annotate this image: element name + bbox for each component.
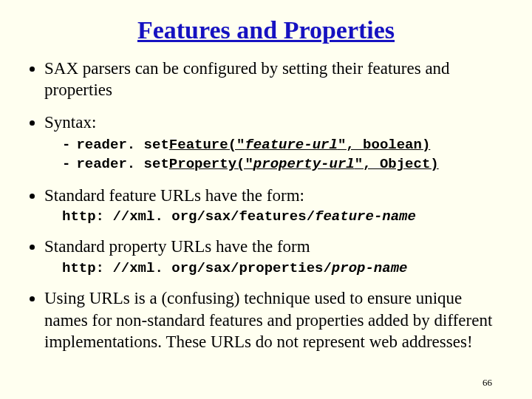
bullet-3-feature-url: Standard feature URLs have the form: htt…: [44, 185, 507, 226]
code-1-pre: reader. set: [76, 137, 168, 153]
syntax-block: -reader. setFeature("feature-url", boole…: [62, 136, 507, 174]
bullet-list: SAX parsers can be configured by setting…: [28, 58, 507, 352]
slide-title: Features and Properties: [25, 16, 507, 44]
dash-icon: -: [62, 137, 70, 153]
bullet-1: SAX parsers can be configured by setting…: [44, 58, 507, 101]
code-2-call: Property(": [169, 156, 253, 172]
feature-url-name: feature-name: [315, 208, 416, 225]
feature-url-prefix: http: //xml. org/sax/features/: [62, 208, 315, 225]
page-number: 66: [482, 377, 492, 389]
bullet-2-text: Syntax:: [44, 113, 96, 132]
bullet-5: Using URLs is a (confusing) technique us…: [44, 287, 507, 352]
code-2-arg: property-url: [253, 156, 355, 172]
bullet-4-property-url: Standard property URLs have the form htt…: [44, 236, 507, 277]
property-url-template: http: //xml. org/sax/properties/prop-nam…: [62, 259, 507, 277]
property-url-prefix: http: //xml. org/sax/properties/: [62, 260, 332, 276]
slide: Features and Properties SAX parsers can …: [0, 0, 532, 399]
code-1-call: Feature(": [169, 137, 245, 153]
dash-icon: -: [62, 156, 70, 172]
bullet-4-text: Standard property URLs have the form: [44, 237, 310, 256]
bullet-3-text: Standard feature URLs have the form:: [44, 186, 304, 205]
code-1-post: ", boolean): [338, 137, 430, 153]
code-line-2: -reader. setProperty("property-url", Obj…: [62, 155, 507, 174]
bullet-2-syntax: Syntax: -reader. setFeature("feature-url…: [44, 112, 507, 174]
property-url-name: prop-name: [332, 260, 408, 276]
code-1-arg: feature-url: [245, 137, 337, 153]
feature-url-template: http: //xml. org/sax/features/feature-na…: [62, 208, 507, 225]
code-line-1: -reader. setFeature("feature-url", boole…: [62, 136, 507, 155]
code-2-pre: reader. set: [76, 156, 168, 172]
code-2-post: ", Object): [355, 156, 439, 172]
